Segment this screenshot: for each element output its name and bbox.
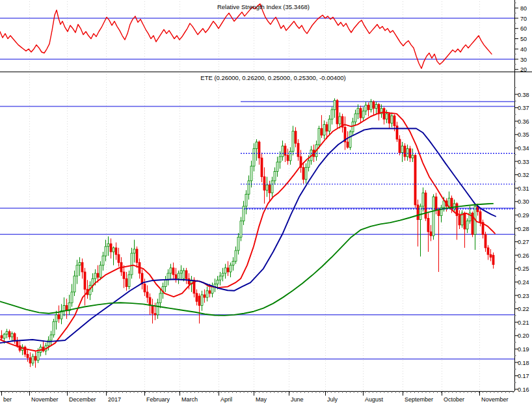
candle-down xyxy=(263,177,265,191)
candle-up xyxy=(113,248,114,252)
month-label: December xyxy=(69,396,96,403)
month-label: October xyxy=(444,396,464,403)
price-tick-label: 0.24 xyxy=(518,279,529,286)
candle-down xyxy=(81,263,83,272)
price-tick-label: 0.19 xyxy=(518,346,529,353)
candle-down xyxy=(154,314,156,315)
candle-down xyxy=(388,114,390,123)
month-label: February xyxy=(146,396,170,403)
candle-up xyxy=(232,261,234,265)
candle-down xyxy=(326,124,328,131)
rsi-tick-label: 20 xyxy=(520,66,527,73)
candle-up xyxy=(279,157,281,162)
month-label: June xyxy=(291,396,304,403)
price-tick-label: 0.36 xyxy=(518,118,529,125)
candle-down xyxy=(97,273,99,277)
candle-down xyxy=(295,131,297,144)
price-tick-label: 0.20 xyxy=(518,332,529,339)
candle-up xyxy=(107,244,109,247)
price-tick-label: 0.34 xyxy=(518,145,529,152)
candle-up xyxy=(466,221,468,229)
candle-up xyxy=(217,280,219,284)
candle-up xyxy=(55,315,57,321)
candle-up xyxy=(240,221,242,237)
candle-up xyxy=(222,273,224,276)
candle-up xyxy=(362,111,364,118)
candle-up xyxy=(266,185,268,190)
price-tick-label: 0.28 xyxy=(518,226,529,232)
month-label: March xyxy=(181,396,198,403)
candle-up xyxy=(406,148,408,156)
candle-down xyxy=(399,139,401,153)
candle-up xyxy=(282,146,284,156)
candle-down xyxy=(435,197,437,211)
rsi-tick-label: 80 xyxy=(520,5,527,12)
candle-up xyxy=(331,110,333,119)
candle-down xyxy=(146,292,148,297)
candle-down xyxy=(427,219,429,232)
candle-down xyxy=(297,143,299,157)
candle-up xyxy=(245,194,247,206)
candle-up xyxy=(201,295,203,305)
candle-up xyxy=(292,131,294,152)
candle-down xyxy=(34,357,36,360)
candle-down xyxy=(258,142,260,158)
month-label: July xyxy=(327,396,338,403)
month-label: September xyxy=(405,396,433,403)
candle-down xyxy=(16,341,18,345)
candle-up xyxy=(50,335,52,340)
candle-up xyxy=(73,276,75,292)
candle-down xyxy=(175,275,177,278)
candle-up xyxy=(412,156,414,158)
candle-up xyxy=(183,271,185,278)
candle-up xyxy=(159,293,161,303)
price-tick-label: 0.27 xyxy=(518,239,529,245)
candle-down xyxy=(123,272,125,278)
price-tick-label: 0.21 xyxy=(518,319,529,326)
candle-up xyxy=(256,142,258,148)
candle-down xyxy=(209,291,211,293)
candle-down xyxy=(110,244,112,252)
candle-down xyxy=(136,249,138,263)
price-tick-label: 0.37 xyxy=(518,105,529,111)
candle-up xyxy=(180,271,182,273)
candle-down xyxy=(287,156,289,161)
rsi-tick-label: 40 xyxy=(520,46,527,53)
candle-up xyxy=(170,268,172,273)
candle-up xyxy=(53,321,55,335)
candle-up xyxy=(453,204,455,209)
candle-down xyxy=(261,158,263,177)
month-label: April xyxy=(220,396,232,403)
price-tick-label: 0.18 xyxy=(518,360,529,366)
candle-up xyxy=(308,161,310,167)
candle-down xyxy=(27,355,29,358)
month-label: May xyxy=(256,396,267,403)
price-tick-label: 0.23 xyxy=(518,293,529,299)
candle-down xyxy=(144,284,146,291)
price-tick-label: 0.16 xyxy=(518,386,529,393)
candle-down xyxy=(487,248,489,254)
candle-down xyxy=(383,109,385,119)
month-label: November xyxy=(481,396,509,403)
candle-up xyxy=(243,206,245,221)
candle-down xyxy=(8,332,10,337)
candle-up xyxy=(248,181,250,195)
candle-down xyxy=(414,156,416,205)
candle-up xyxy=(237,237,239,250)
candle-up xyxy=(230,265,232,272)
price-tick-label: 0.32 xyxy=(518,172,529,178)
price-tick-label: 0.22 xyxy=(518,306,529,312)
candle-down xyxy=(396,126,398,139)
candle-down xyxy=(336,100,338,124)
price-tick-label: 0.26 xyxy=(518,252,529,259)
candle-down xyxy=(118,254,120,262)
candle-down xyxy=(367,105,369,109)
candle-down xyxy=(479,211,481,222)
candle-up xyxy=(131,253,133,275)
candle-down xyxy=(149,297,151,305)
rsi-tick-label: 60 xyxy=(520,25,527,32)
candle-down xyxy=(126,278,127,286)
candle-down xyxy=(196,293,198,301)
candle-down xyxy=(1,336,3,338)
candle-up xyxy=(79,263,81,265)
